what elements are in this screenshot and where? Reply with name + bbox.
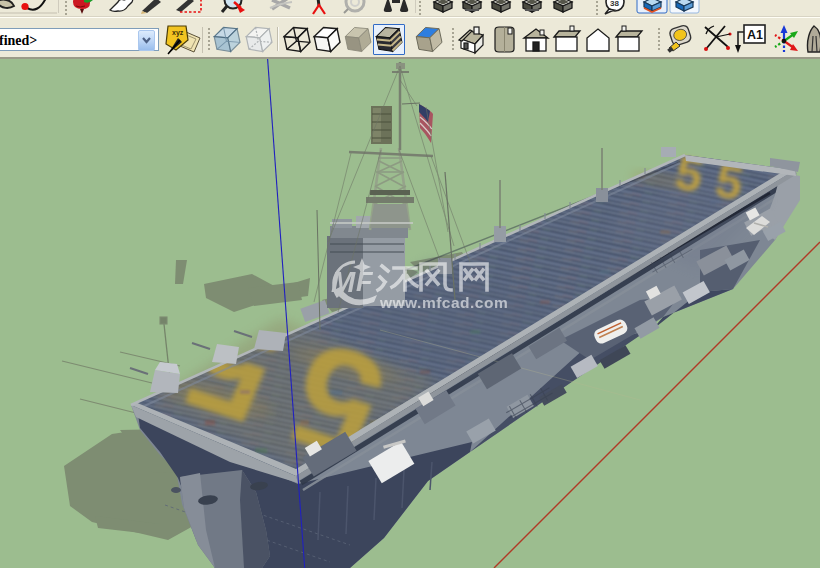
svg-text:38: 38 — [610, 0, 619, 8]
svg-text:M: M — [331, 266, 356, 298]
svg-text:A1: A1 — [747, 28, 763, 42]
svg-text:www.mfcad.com: www.mfcad.com — [379, 294, 508, 311]
svg-text:xyz: xyz — [172, 29, 184, 37]
svg-text:F: F — [356, 267, 374, 297]
